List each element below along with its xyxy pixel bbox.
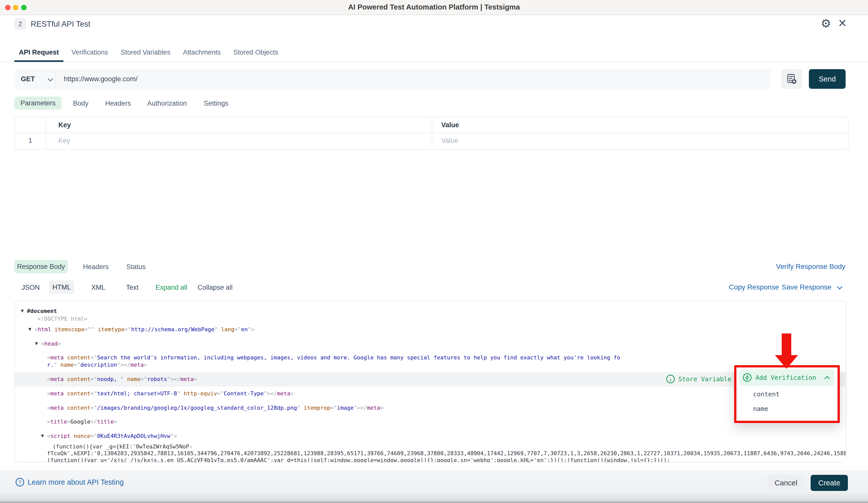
- request-url-bar: GET https://www.google.com/: [14, 69, 771, 89]
- step-number-badge: 2: [14, 18, 26, 30]
- chevron-up-icon: [825, 376, 830, 381]
- add-to-steps-button[interactable]: [781, 69, 802, 89]
- tab-attachments[interactable]: Attachments: [178, 44, 225, 62]
- response-tab-body[interactable]: Response Body: [14, 260, 68, 273]
- code-line: fTcoQk',kEXPI:'0,1304203,2935842,78813,1…: [47, 450, 846, 457]
- format-tab-xml[interactable]: XML: [91, 284, 105, 292]
- code-line: <!DOCTYPE html>: [38, 315, 87, 323]
- subtab-settings[interactable]: Settings: [204, 99, 228, 107]
- dropdown-option-content[interactable]: content: [753, 390, 779, 398]
- add-verification-button[interactable]: Add Verification: [740, 369, 835, 386]
- divider: [15, 133, 848, 133]
- code-line: <meta content="Search the world's inform…: [47, 354, 620, 361]
- format-tab-html[interactable]: HTML: [49, 281, 74, 294]
- store-variable-button[interactable]: ↓ Store Variable: [666, 374, 739, 384]
- tab-verifications[interactable]: Verifications: [67, 44, 113, 62]
- close-icon[interactable]: ×: [838, 14, 847, 31]
- create-button[interactable]: Create: [810, 475, 848, 491]
- gear-icon[interactable]: ⚙: [821, 17, 831, 30]
- subtab-headers[interactable]: Headers: [105, 99, 131, 107]
- annotation-arrow-icon: [775, 355, 798, 369]
- annotation-highlight-box: Add Verification content name: [734, 365, 840, 423]
- lightning-circle-icon: [743, 373, 752, 382]
- tab-api-request[interactable]: API Request: [14, 44, 63, 62]
- titlebar: AI Powered Test Automation Platform | Te…: [0, 0, 868, 15]
- download-circle-icon: ↓: [666, 375, 675, 383]
- subtab-authorization[interactable]: Authorization: [147, 99, 187, 107]
- send-button[interactable]: Send: [809, 69, 846, 89]
- method-dropdown[interactable]: GET: [21, 69, 35, 89]
- code-line: <meta content="/images/branding/googleg/…: [47, 404, 384, 411]
- expand-arrow-icon[interactable]: ▼: [35, 341, 38, 346]
- code-line: <html itemscope="" itemtype="http://sche…: [34, 326, 254, 333]
- expand-arrow-icon[interactable]: ▼: [29, 327, 31, 332]
- format-tab-text[interactable]: Text: [126, 284, 138, 292]
- url-input[interactable]: https://www.google.com/: [64, 69, 138, 89]
- key-input[interactable]: Key: [58, 133, 70, 149]
- document-plus-icon: [786, 73, 797, 85]
- window-title: AI Powered Test Automation Platform | Te…: [0, 3, 868, 11]
- copy-response-link[interactable]: Copy Response: [729, 283, 779, 291]
- code-line: (function(){var u='/xjs/_/js/kxjs.s.en_U…: [47, 457, 670, 462]
- divider: [46, 117, 46, 149]
- annotation-arrow-icon: [782, 334, 791, 356]
- code-line: (function(){var _g={kEI:'0wTeaZWrAqSw5No…: [53, 443, 193, 450]
- verify-response-body-link[interactable]: Verify Response Body: [776, 263, 846, 271]
- help-circle-icon: ?: [16, 478, 24, 486]
- code-line: <meta content="noodp, " name="robots"></…: [47, 376, 197, 383]
- code-line: <title>Google</title>: [47, 418, 117, 425]
- learn-more-label: Learn more about API Testing: [28, 478, 124, 486]
- learn-more-link[interactable]: ? Learn more about API Testing: [16, 478, 124, 486]
- expand-arrow-icon[interactable]: ▼: [41, 433, 44, 438]
- expand-arrow-icon[interactable]: ▼: [21, 308, 24, 313]
- column-header-key: Key: [58, 117, 71, 133]
- parameters-table: Key Value 1 Key Value: [14, 117, 849, 150]
- code-line: r." name="description"></meta>: [47, 361, 147, 368]
- column-header-value: Value: [441, 117, 459, 133]
- subtab-parameters[interactable]: Parameters: [14, 97, 62, 109]
- tabs-divider: [0, 62, 868, 62]
- code-line: <meta content="text/html; charset=UTF-8"…: [47, 390, 293, 397]
- row-number: 1: [15, 133, 46, 149]
- chevron-down-icon[interactable]: [837, 284, 842, 290]
- divider: [432, 117, 432, 149]
- add-verification-label: Add Verification: [755, 374, 816, 381]
- divider: [55, 69, 56, 89]
- tab-stored-variables[interactable]: Stored Variables: [116, 44, 175, 62]
- save-response-link[interactable]: Save Response: [782, 283, 831, 291]
- response-tab-headers[interactable]: Headers: [83, 263, 109, 271]
- page-title: RESTful API Test: [31, 20, 90, 29]
- main-tabs: API Request Verifications Stored Variabl…: [14, 44, 283, 62]
- cancel-button[interactable]: Cancel: [767, 475, 805, 491]
- expand-all-link[interactable]: Expand all: [155, 284, 187, 292]
- value-input[interactable]: Value: [441, 133, 458, 149]
- subtab-body[interactable]: Body: [73, 99, 89, 107]
- code-line: <head>: [41, 340, 61, 347]
- response-tab-status[interactable]: Status: [126, 263, 146, 271]
- footer: [0, 470, 868, 503]
- collapse-all-link[interactable]: Collapse all: [197, 284, 233, 292]
- tab-stored-objects[interactable]: Stored Objects: [229, 44, 283, 62]
- code-line: <script nonce="0KuE4R3tAvApDOLvhwjHvw">: [47, 432, 177, 440]
- format-tab-json[interactable]: JSON: [22, 284, 40, 292]
- chevron-down-icon[interactable]: [48, 76, 53, 82]
- store-variable-label: Store Variable: [678, 376, 731, 383]
- code-line: #document: [27, 307, 57, 315]
- dropdown-option-name[interactable]: name: [753, 405, 768, 412]
